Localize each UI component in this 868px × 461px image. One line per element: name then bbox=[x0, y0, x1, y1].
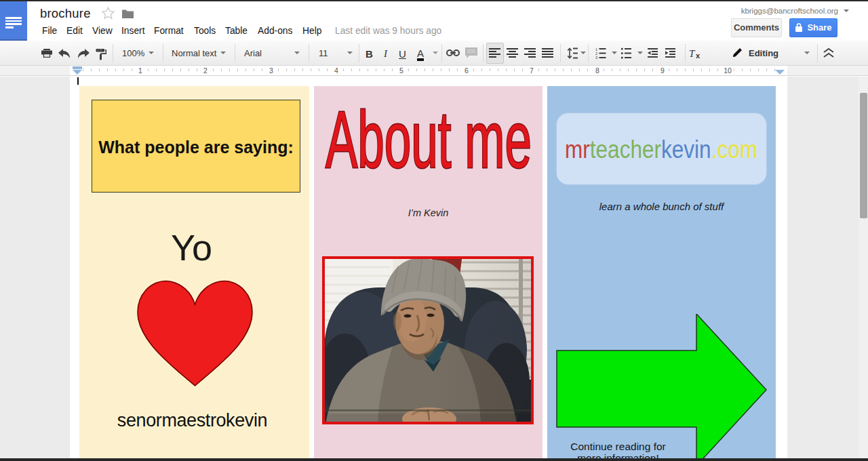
svg-text:About me: About me bbox=[326, 104, 532, 184]
svg-text:3: 3 bbox=[595, 56, 597, 59]
svg-text:mrteacherkevin.com: mrteacherkevin.com bbox=[565, 136, 757, 163]
svg-text:1: 1 bbox=[595, 47, 597, 52]
